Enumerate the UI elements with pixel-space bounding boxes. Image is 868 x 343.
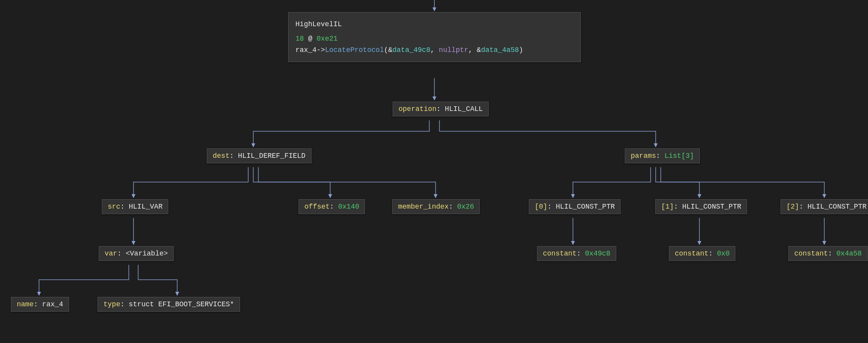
constant-1-value: 0x0 [717,250,729,257]
param-1-key: [1] [661,203,674,211]
type-node[interactable]: type: struct EFI_BOOT_SERVICES* [98,297,240,312]
dest-value: HLIL_DEREF_FIELD [238,152,306,160]
offset-value: 0x140 [338,203,359,211]
root-code-line: rax_4->LocateProtocol(&data_49c8, nullpt… [295,45,573,56]
member-index-value: 0x26 [457,203,474,211]
param-2-key: [2] [786,203,799,211]
param-1-node[interactable]: [1]: HLIL_CONST_PTR [655,199,747,214]
var-key: var [105,250,117,257]
offset-node[interactable]: offset: 0x140 [299,199,365,214]
src-value: HLIL_VAR [129,203,162,211]
src-node[interactable]: src: HLIL_VAR [102,199,168,214]
member-index-key: member_index [398,203,449,211]
param-0-key: [0] [535,203,547,211]
var-value: <Variable> [126,250,168,257]
constant-0-value: 0x49c8 [585,250,610,257]
src-key: src [108,203,120,211]
param-0-node[interactable]: [0]: HLIL_CONST_PTR [529,199,621,214]
name-value: rax_4 [42,300,63,308]
params-value: List[3] [664,152,694,160]
operation-value: HLIL_CALL [445,105,483,113]
operation-key: operation [398,105,436,113]
root-title: HighLevelIL [295,19,573,30]
param-2-value: HLIL_CONST_PTR [808,203,866,211]
params-key: params [631,152,656,160]
constant-2-node[interactable]: constant: 0x4a58 [788,246,868,261]
dest-node[interactable]: dest: HLIL_DEREF_FIELD [207,148,311,163]
constant-1-node[interactable]: constant: 0x0 [669,246,735,261]
constant-1-key: constant [675,250,708,257]
params-node[interactable]: params: List[3] [625,148,700,163]
hlil-root-node[interactable]: HighLevelIL 18 @ 0xe21 rax_4->LocateProt… [288,12,581,62]
var-node[interactable]: var: <Variable> [99,246,174,261]
offset-key: offset [304,203,330,211]
constant-0-key: constant [543,250,576,257]
name-node[interactable]: name: rax_4 [11,297,69,312]
operation-node[interactable]: operation: HLIL_CALL [393,102,489,116]
constant-2-key: constant [794,250,828,257]
type-key: type [103,300,120,308]
param-1-value: HLIL_CONST_PTR [682,203,741,211]
param-0-value: HLIL_CONST_PTR [556,203,615,211]
type-value: struct EFI_BOOT_SERVICES* [129,300,234,308]
root-instruction-line: 18 @ 0xe21 [295,33,573,45]
param-2-node[interactable]: [2]: HLIL_CONST_PTR [781,199,868,214]
member-index-node[interactable]: member_index: 0x26 [392,199,480,214]
constant-0-node[interactable]: constant: 0x49c8 [537,246,616,261]
name-key: name [17,300,34,308]
dest-key: dest [213,152,229,160]
constant-2-value: 0x4a58 [836,250,862,257]
